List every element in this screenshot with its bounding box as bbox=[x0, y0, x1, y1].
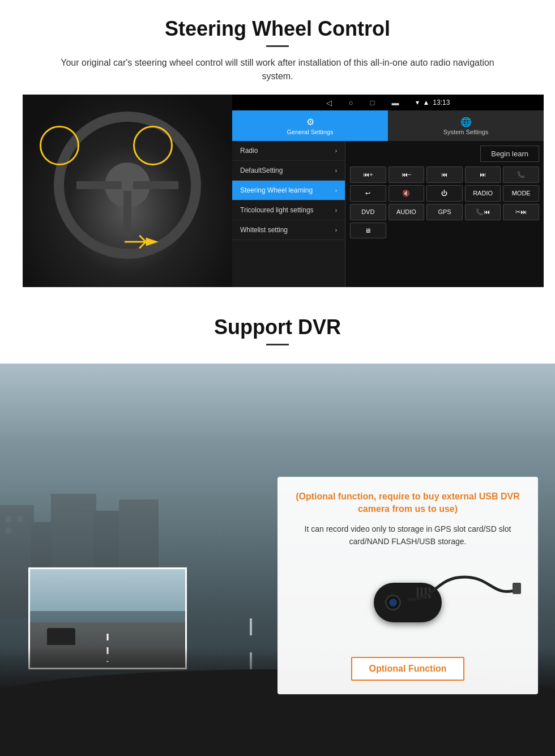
ctrl-btn-gps[interactable]: GPS bbox=[426, 204, 463, 220]
ctrl-btn-phone[interactable]: 📞 bbox=[503, 166, 539, 183]
android-ui-panel: ◁ ○ □ ▬ ▾ ▲ 13:13 ⚙ General Settings 🌐 bbox=[232, 95, 544, 287]
dvr-title-area: Support DVR bbox=[0, 298, 555, 364]
ctrl-btn-display[interactable]: 🖥 bbox=[350, 223, 386, 238]
globe-icon: 🌐 bbox=[460, 117, 472, 127]
wheel-spoke-right bbox=[133, 181, 178, 189]
home-icon: ○ bbox=[349, 99, 353, 107]
chevron-icon: › bbox=[335, 227, 337, 233]
ctrl-btn-radio[interactable]: RADIO bbox=[465, 185, 501, 202]
menu-steering-label: Steering Wheel learning bbox=[240, 186, 313, 194]
begin-learn-row: Begin learn bbox=[350, 146, 539, 162]
ctrl-btn-audio[interactable]: AUDIO bbox=[388, 204, 425, 220]
svg-marker-0 bbox=[146, 238, 159, 246]
ctrl-btn-phone-prev[interactable]: 📞⏮ bbox=[465, 204, 501, 220]
ctrl-btn-mute[interactable]: 🔇 bbox=[388, 185, 425, 202]
dvr-section: Support DVR bbox=[0, 298, 555, 756]
svg-rect-7 bbox=[17, 516, 23, 522]
ctrl-btn-hangup[interactable]: ↩ bbox=[350, 185, 386, 202]
dvr-divider bbox=[266, 344, 289, 345]
wheel-spoke-bottom bbox=[123, 191, 131, 236]
gear-icon: ⚙ bbox=[306, 117, 314, 127]
usb-cable bbox=[408, 566, 521, 634]
wheel-spoke-left bbox=[76, 181, 122, 189]
steering-screenshot: ◁ ○ □ ▬ ▾ ▲ 13:13 ⚙ General Settings 🌐 bbox=[23, 95, 544, 287]
control-buttons-grid: ⏮+ ⏮− ⏮ ⏭ 📞 ↩ 🔇 ⏻ RADIO MODE DVD AUDIO bbox=[350, 166, 539, 238]
camera-lens-inner bbox=[389, 599, 397, 606]
dvr-title: Support DVR bbox=[23, 315, 532, 339]
camera-lens bbox=[385, 595, 401, 610]
yellow-arrow bbox=[125, 230, 159, 253]
menu-item-whitelist[interactable]: Whitelist setting › bbox=[232, 220, 345, 240]
menu-whitelist-label: Whitelist setting bbox=[240, 226, 288, 234]
settings-tabs[interactable]: ⚙ General Settings 🌐 System Settings bbox=[232, 110, 544, 141]
menu-tricoloured-label: Tricoloured light settings bbox=[240, 206, 314, 214]
steering-wheel-section: Steering Wheel Control Your original car… bbox=[0, 0, 555, 298]
highlight-circle-left bbox=[40, 126, 79, 165]
ctrl-btn-next[interactable]: ⏭ bbox=[465, 166, 501, 183]
menu-item-radio[interactable]: Radio › bbox=[232, 141, 345, 161]
ctrl-btn-prev[interactable]: ⏮ bbox=[426, 166, 463, 183]
title-divider bbox=[266, 45, 289, 47]
chevron-icon: › bbox=[335, 187, 337, 194]
ctrl-btn-vol-up[interactable]: ⏮+ bbox=[350, 166, 386, 183]
back-icon: ◁ bbox=[326, 99, 332, 107]
dvr-camera-illustration bbox=[291, 557, 524, 648]
menu-item-default-setting[interactable]: DefaultSetting › bbox=[232, 161, 345, 181]
recents-icon: □ bbox=[370, 99, 375, 107]
menu-radio-label: Radio bbox=[240, 147, 258, 155]
wifi-icon: ▾ bbox=[416, 99, 419, 106]
dvr-info-box: (Optional function, require to buy exter… bbox=[278, 477, 538, 694]
chevron-icon: › bbox=[335, 207, 337, 213]
ctrl-btn-mode[interactable]: MODE bbox=[503, 185, 539, 202]
section-subtitle: Your original car's steering wheel contr… bbox=[45, 56, 510, 83]
ctrl-btn-power[interactable]: ⏻ bbox=[426, 185, 463, 202]
ctrl-btn-vol-down[interactable]: ⏮− bbox=[388, 166, 425, 183]
highlight-circle-right bbox=[133, 126, 173, 165]
menu-item-steering-wheel[interactable]: Steering Wheel learning › bbox=[232, 181, 345, 200]
signal-icon: ▲ bbox=[422, 99, 429, 106]
settings-menu-area: Radio › DefaultSetting › Steering Wheel … bbox=[232, 141, 544, 287]
dvr-description: It can record video only to storage in G… bbox=[291, 523, 524, 548]
tab-system-label: System Settings bbox=[443, 129, 488, 135]
chevron-icon: › bbox=[335, 168, 337, 174]
menu-icon: ▬ bbox=[391, 99, 399, 107]
page-title: Steering Wheel Control bbox=[23, 17, 532, 41]
control-panel: Begin learn ⏮+ ⏮− ⏮ ⏭ 📞 ↩ 🔇 ⏻ RADIO bbox=[345, 141, 544, 287]
inset-car bbox=[47, 628, 75, 645]
ctrl-btn-dvd[interactable]: DVD bbox=[350, 204, 386, 220]
dvr-optional-warning: (Optional function, require to buy exter… bbox=[291, 490, 524, 516]
svg-rect-9 bbox=[513, 583, 521, 594]
tab-general-label: General Settings bbox=[287, 129, 334, 135]
dvr-background: (Optional function, require to buy exter… bbox=[0, 364, 555, 756]
tab-system-settings[interactable]: 🌐 System Settings bbox=[388, 110, 544, 141]
chevron-icon: › bbox=[335, 148, 337, 154]
status-time: 13:13 bbox=[433, 99, 450, 106]
ctrl-btn-cut-next[interactable]: ✂⏭ bbox=[503, 204, 539, 220]
steering-wheel-image bbox=[23, 95, 232, 287]
android-nav-bar: ◁ ○ □ ▬ ▾ ▲ 13:13 bbox=[232, 95, 544, 110]
svg-rect-8 bbox=[6, 528, 11, 533]
begin-learn-button[interactable]: Begin learn bbox=[480, 146, 539, 162]
menu-item-tricoloured[interactable]: Tricoloured light settings › bbox=[232, 200, 345, 220]
status-icons-group: ▾ ▲ 13:13 bbox=[416, 99, 450, 106]
tab-general-settings[interactable]: ⚙ General Settings bbox=[232, 110, 388, 141]
optional-function-button[interactable]: Optional Function bbox=[351, 657, 465, 681]
svg-rect-6 bbox=[6, 516, 11, 522]
settings-menu-list: Radio › DefaultSetting › Steering Wheel … bbox=[232, 141, 345, 287]
menu-default-label: DefaultSetting bbox=[240, 166, 283, 174]
